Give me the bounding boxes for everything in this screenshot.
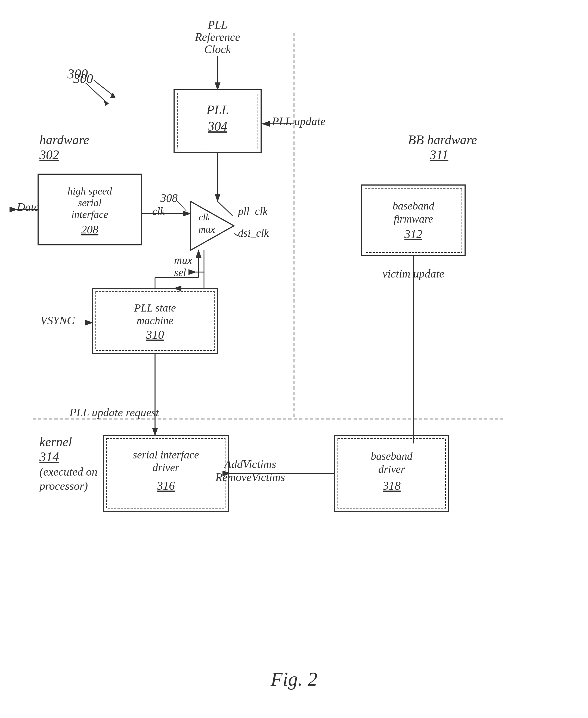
mux-sel-label2: sel [174,266,186,279]
bb-fw-number: 312 [404,227,422,241]
pll-label: PLL [206,103,229,117]
kernel-sub1: (executed on [39,466,97,478]
data-label: Data [17,201,40,213]
pll-sm-label1: PLL state [134,302,176,314]
bb-fw-label2: firmware [394,213,433,225]
kernel-label: kernel [39,434,72,449]
clk-mux-label1: clk [198,212,210,223]
bbd-label2: driver [378,463,405,475]
kernel-sub2: processor) [39,480,88,492]
vsync-label: VSYNC [40,314,75,327]
sid-label1: serial interface [133,449,199,461]
remove-victims-label: RemoveVictims [215,471,285,484]
diagram-container: hardware 302 BB hardware 311 kernel 314 … [0,0,588,718]
pll-number: 304 [208,119,227,133]
kernel-number: 314 [39,449,59,464]
sid-label2: driver [152,461,179,474]
svg-rect-2 [0,0,588,718]
pll-sm-number: 310 [146,328,164,342]
bbd-number: 318 [382,479,401,492]
pll-sm-label2: machine [136,314,173,327]
bb-fw-label1: baseband [393,200,434,212]
bbd-label1: baseband [371,450,413,462]
hssi-number: 208 [81,223,99,236]
pll-update-label: PLL update [272,115,325,128]
sid-number: 316 [157,479,175,492]
pll-clk-label: pll_clk [237,205,268,218]
diagram-300-label: 300 [67,66,88,81]
mux-number-label: 308 [160,192,177,204]
hardware-number: 302 [39,147,59,162]
mux-sel-label1: mux [174,254,192,266]
pll-ref-clock-label3: Clock [204,43,231,56]
clk-input-label: clk [152,205,165,218]
hssi-label3: interface [71,209,108,220]
hssi-label2: serial [78,197,102,208]
hssi-label1: high speed [67,185,112,197]
bb-hardware-number: 311 [429,147,448,162]
dsi-clk-label: dsi_clk [238,227,269,239]
hardware-label: hardware [39,132,89,147]
add-victims-label: AddVictims [224,458,276,470]
pll-update-req-label: PLL update request [69,406,159,419]
pll-ref-clock-label2: Reference [195,31,240,43]
figure-label: Fig. 2 [270,668,317,690]
clk-mux-label2: mux [198,224,215,235]
pll-ref-clock-label: PLL [208,19,227,31]
bb-hardware-label: BB hardware [408,132,477,147]
